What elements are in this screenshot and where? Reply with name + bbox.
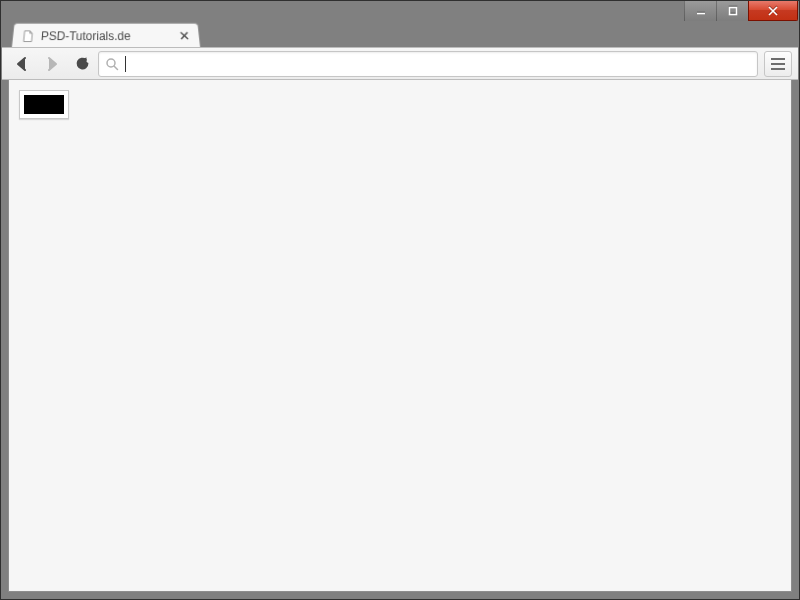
toolbar <box>2 47 798 80</box>
window-caption-buttons <box>684 1 798 21</box>
back-button[interactable] <box>8 51 36 77</box>
chrome-menu-button[interactable] <box>764 51 792 77</box>
minimize-icon <box>695 5 707 17</box>
reload-icon <box>74 55 91 72</box>
reload-button[interactable] <box>68 51 96 77</box>
page-viewport <box>8 80 792 592</box>
search-icon <box>105 57 119 71</box>
window-close-button[interactable] <box>748 1 798 21</box>
arrow-left-icon <box>13 55 31 73</box>
tab-title: PSD-Tutorials.de <box>40 29 177 43</box>
color-swatch-frame <box>19 90 69 119</box>
color-swatch <box>24 95 64 114</box>
menu-icon <box>771 63 785 65</box>
arrow-right-icon <box>43 55 61 73</box>
maximize-icon <box>727 5 739 17</box>
close-icon <box>179 31 189 40</box>
address-bar[interactable] <box>98 51 758 77</box>
tab-strip: PSD-Tutorials.de <box>1 21 799 48</box>
browser-tab[interactable]: PSD-Tutorials.de <box>11 23 201 48</box>
close-icon <box>766 5 780 17</box>
svg-line-7 <box>114 66 117 69</box>
page-content <box>9 80 791 591</box>
tab-close-button[interactable] <box>176 29 191 43</box>
url-input[interactable] <box>132 53 751 75</box>
window-minimize-button[interactable] <box>684 1 716 21</box>
forward-button[interactable] <box>38 51 66 77</box>
browser-window: PSD-Tutorials.de <box>0 0 800 600</box>
text-caret <box>125 56 126 72</box>
window-maximize-button[interactable] <box>716 1 748 21</box>
svg-rect-1 <box>729 8 736 15</box>
file-icon <box>21 29 36 43</box>
